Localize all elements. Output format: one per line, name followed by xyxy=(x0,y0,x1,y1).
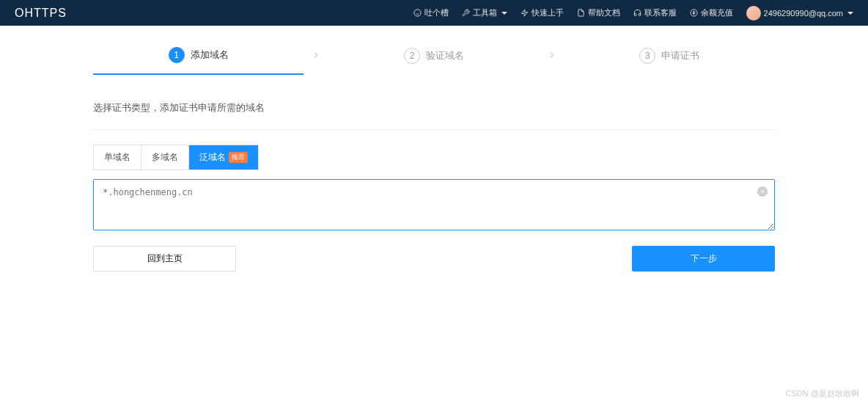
nav-user[interactable]: 2496290990@qq.com xyxy=(746,6,853,21)
close-icon xyxy=(760,189,765,194)
nav-quickstart[interactable]: 快速上手 xyxy=(521,7,564,18)
nav-contact[interactable]: 联系客服 xyxy=(633,7,677,18)
headset-icon xyxy=(633,9,641,17)
step-label-2: 验证域名 xyxy=(426,49,464,62)
button-row: 回到主页 下一步 xyxy=(93,246,775,272)
step-arrow-icon xyxy=(304,48,328,64)
steps: 1 添加域名 2 验证域名 3 申请证书 xyxy=(93,37,775,76)
step-label-3: 申请证书 xyxy=(661,49,699,62)
bolt-icon xyxy=(521,9,529,17)
nav-contact-label: 联系客服 xyxy=(644,7,677,18)
nav-toolbox[interactable]: 工具箱 xyxy=(462,7,507,18)
step-apply-cert[interactable]: 3 申请证书 xyxy=(564,37,775,74)
domain-input-area: *.hongchenmeng.cn xyxy=(93,179,775,233)
nav-quickstart-label: 快速上手 xyxy=(532,7,564,18)
nav-balance-label: 余额充值 xyxy=(701,7,733,18)
step-add-domain[interactable]: 1 添加域名 xyxy=(93,37,304,75)
wrench-icon xyxy=(462,9,470,17)
svg-marker-3 xyxy=(521,10,527,16)
nav-feedback-label: 吐个槽 xyxy=(424,7,449,18)
domain-input[interactable]: *.hongchenmeng.cn xyxy=(93,179,775,230)
document-icon xyxy=(577,9,585,17)
description-text: 选择证书类型，添加证书申请所需的域名 xyxy=(93,76,775,130)
step-arrow-icon xyxy=(540,48,564,64)
back-home-button[interactable]: 回到主页 xyxy=(93,246,236,272)
main-container: 1 添加域名 2 验证域名 3 申请证书 选择证书类型，添加证书申请所需的域名 … xyxy=(93,26,775,283)
next-step-button[interactable]: 下一步 xyxy=(632,246,775,272)
domain-type-tabs: 单域名 多域名 泛域名 推荐 xyxy=(93,145,259,170)
step-number-3: 3 xyxy=(639,48,655,64)
tab-multi-domain[interactable]: 多域名 xyxy=(141,145,189,170)
step-number-1: 1 xyxy=(169,47,185,63)
recommended-badge: 推荐 xyxy=(229,152,248,163)
tab-wildcard-domain[interactable]: 泛域名 推荐 xyxy=(189,145,258,170)
step-label-1: 添加域名 xyxy=(191,48,229,62)
user-email-label: 2496290990@qq.com xyxy=(764,9,843,18)
step-verify-domain[interactable]: 2 验证域名 xyxy=(328,37,539,74)
smile-icon xyxy=(413,9,422,17)
clear-input-button[interactable] xyxy=(757,186,768,197)
tab-wildcard-label: 泛域名 xyxy=(199,151,226,164)
svg-point-0 xyxy=(413,10,420,16)
tab-single-label: 单域名 xyxy=(104,151,130,164)
wallet-icon xyxy=(690,9,698,17)
nav-toolbox-label: 工具箱 xyxy=(473,7,497,18)
header-nav: 吐个槽 工具箱 快速上手 帮助文档 联系客服 余额充值 2496290990@q… xyxy=(413,6,853,21)
step-number-2: 2 xyxy=(404,48,420,64)
tab-single-domain[interactable]: 单域名 xyxy=(94,145,141,170)
chevron-down-icon xyxy=(847,12,853,15)
nav-balance[interactable]: 余额充值 xyxy=(690,7,733,18)
nav-help-label: 帮助文档 xyxy=(588,7,620,18)
header: OHTTPS 吐个槽 工具箱 快速上手 帮助文档 联系客服 余额充值 xyxy=(0,0,868,26)
chevron-down-icon xyxy=(501,12,507,15)
tab-multi-label: 多域名 xyxy=(152,151,178,164)
nav-help[interactable]: 帮助文档 xyxy=(577,7,620,18)
nav-feedback[interactable]: 吐个槽 xyxy=(413,7,449,18)
avatar xyxy=(746,6,761,21)
logo[interactable]: OHTTPS xyxy=(15,7,67,20)
